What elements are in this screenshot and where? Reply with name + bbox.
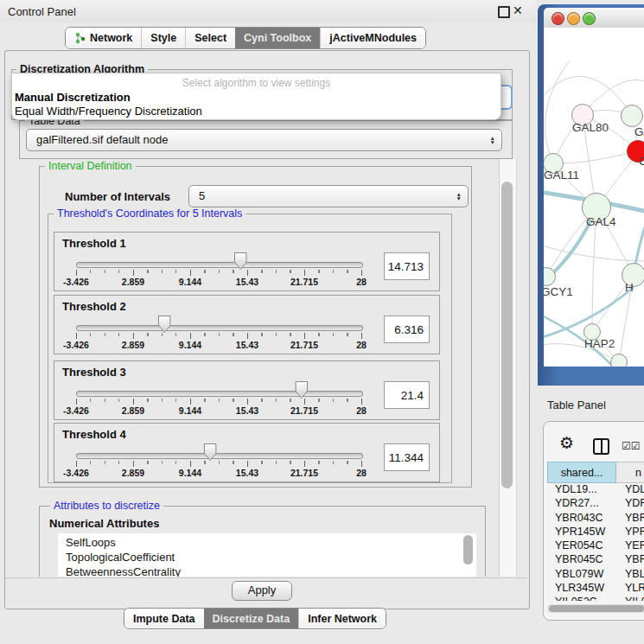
tab-network[interactable]: Network xyxy=(66,28,141,48)
threshold-3-slider-thumb[interactable] xyxy=(295,381,308,399)
number-of-intervals-value: 5 xyxy=(199,186,205,207)
table-row[interactable]: YIL052CYIL0 xyxy=(547,596,644,601)
tab-style[interactable]: Style xyxy=(141,28,185,48)
threshold-3-row: Threshold 3 -3.426 2.859 9.144 15.43 21.… xyxy=(54,360,440,420)
control-panel-tabbar: Network Style Select Cyni Toolbox jActiv… xyxy=(65,27,426,49)
zoom-traffic-light[interactable] xyxy=(583,12,596,25)
node-label: C xyxy=(639,155,644,168)
threshold-1-value-field[interactable]: 14.713 xyxy=(384,252,430,280)
table-row[interactable]: YLR345WYLR3 xyxy=(547,582,644,596)
threshold-1-row: Threshold 1 -3.426 2.859 9.144 15.43 21.… xyxy=(54,232,440,291)
threshold-3-value-field[interactable]: 21.4 xyxy=(384,381,430,409)
apply-button[interactable]: Apply xyxy=(232,581,292,601)
gear-icon[interactable]: ⚙ xyxy=(559,433,574,453)
control-panel-title: Control Panel xyxy=(8,5,76,18)
node-label: HAP2 xyxy=(584,337,615,350)
table-hscrollbar-thumb[interactable] xyxy=(549,605,644,612)
network-canvas[interactable]: GAL80 GA C GAL11 GAL4 GCY1 H HAP2 xyxy=(544,28,644,367)
table-panel-title: Table Panel xyxy=(547,399,606,411)
list-item[interactable]: TopologicalCoefficient xyxy=(66,551,175,564)
list-scrollbar-thumb[interactable] xyxy=(463,535,473,564)
close-icon[interactable]: ✕ xyxy=(513,3,523,17)
network-icon xyxy=(74,32,86,44)
algorithm-popup-hint: Select algorithm to view settings xyxy=(12,77,501,89)
algorithm-option-manual[interactable]: Manual Discretization xyxy=(15,91,131,104)
list-item[interactable]: SelfLoops xyxy=(66,536,116,549)
threshold-4-slider-thumb[interactable] xyxy=(204,443,217,461)
numerical-attributes-list[interactable]: SelfLoops TopologicalCoefficient Between… xyxy=(58,533,476,577)
table-panel: ⚙ ☑☑ shared... n YDL19...YDL1 YDR27...YD… xyxy=(543,421,644,621)
table-header-row: shared... n xyxy=(547,462,644,483)
table-row[interactable]: YDR27...YDR2 xyxy=(547,497,644,511)
number-of-intervals-combobox[interactable]: 5 ▲▼ xyxy=(188,185,469,207)
column-checkboxes-icon[interactable]: ☑☑ xyxy=(622,440,641,452)
column-header-shared[interactable]: shared... xyxy=(547,462,616,483)
table-hscrollbar-track[interactable] xyxy=(547,604,644,613)
spinner-arrows-icon: ▲▼ xyxy=(456,192,462,201)
interval-definition-title: Interval Definition xyxy=(45,160,136,172)
threshold-1-slider-thumb[interactable] xyxy=(234,252,247,270)
column-header-name[interactable]: n xyxy=(616,462,644,483)
settings-scroll-viewport: Interval Definition Number of Intervals … xyxy=(7,159,519,577)
tab-impute-data[interactable]: Impute Data xyxy=(124,609,204,628)
threshold-2-value-field[interactable]: 6.316 xyxy=(384,316,430,343)
close-traffic-light[interactable] xyxy=(552,12,564,25)
spinner-arrows-icon: ▲▼ xyxy=(490,136,495,144)
cyni-bottom-tabbar: Impute Data Discretize Data Infer Networ… xyxy=(124,608,386,629)
node-label: GCY1 xyxy=(544,285,573,298)
threshold-2-slider-thumb[interactable] xyxy=(158,316,171,333)
float-window-icon[interactable] xyxy=(498,6,510,18)
list-item[interactable]: BetweennessCentrality xyxy=(66,565,181,577)
attributes-group-title: Attributes to discretize xyxy=(50,500,163,512)
table-data-combobox-value: galFiltered.sif default node xyxy=(36,130,168,150)
table-row[interactable]: YBR045CYBR0 xyxy=(547,553,644,567)
threshold-4-row: Threshold 4 -3.426 2.859 9.144 15.43 21.… xyxy=(54,423,440,482)
table-row[interactable]: YBL079WYBL0 xyxy=(547,568,644,582)
tab-infer-network[interactable]: Infer Network xyxy=(298,609,386,628)
split-columns-icon[interactable] xyxy=(593,438,609,455)
network-view-window[interactable]: GAL80 GA C GAL11 GAL4 GCY1 H HAP2 xyxy=(538,4,644,386)
numerical-attributes-label: Numerical Attributes xyxy=(49,517,159,530)
table-body[interactable]: YDL19...YDL1 YDR27...YDR2 YBR043CYBR0 YP… xyxy=(547,483,644,601)
tab-jactivemnodules[interactable]: jActiveMNodules xyxy=(320,28,425,48)
tab-discretize-data[interactable]: Discretize Data xyxy=(204,609,299,628)
table-row[interactable]: YDL19...YDL1 xyxy=(547,483,644,497)
thresholds-group-title: Threshold's Coordinates for 5 Intervals xyxy=(54,207,245,220)
screen: Control Panel ✕ Network Style Select Cyn… xyxy=(0,0,644,644)
table-row[interactable]: YBR043CYBR0 xyxy=(547,512,644,526)
table-row[interactable]: YPR145WYPR1 xyxy=(547,526,644,539)
node-bottom-partial[interactable] xyxy=(610,354,628,367)
panel-scrollbar-thumb[interactable] xyxy=(501,182,513,488)
node-top-right[interactable] xyxy=(621,105,643,127)
tab-cyni-toolbox[interactable]: Cyni Toolbox xyxy=(235,28,320,48)
node-label: GAL80 xyxy=(572,121,609,134)
table-data-combobox[interactable]: galFiltered.sif default node ▲▼ xyxy=(26,129,502,151)
table-row[interactable]: YER054CYER0 xyxy=(547,539,644,553)
threshold-2-row: Threshold 2 -3.426 2.859 9.144 15.43 21.… xyxy=(54,295,440,354)
algorithm-option-equal-width[interactable]: Equal Width/Frequency Discretization xyxy=(15,105,202,118)
node-label: GAL11 xyxy=(544,169,579,182)
tab-select[interactable]: Select xyxy=(185,28,235,48)
threshold-4-value-field[interactable]: 11.344 xyxy=(384,443,430,471)
control-panel-titlebar xyxy=(0,0,536,22)
algorithm-dropdown-popup: Select algorithm to view settings Manual… xyxy=(11,73,501,120)
minimize-traffic-light[interactable] xyxy=(567,12,580,25)
number-of-intervals-label: Number of Intervals xyxy=(65,190,170,203)
node-label: H xyxy=(625,281,634,294)
node-label: GA xyxy=(634,125,644,138)
network-window-titlebar[interactable] xyxy=(544,8,644,28)
node-label: GAL4 xyxy=(586,215,616,228)
tab-network-label: Network xyxy=(90,32,132,44)
